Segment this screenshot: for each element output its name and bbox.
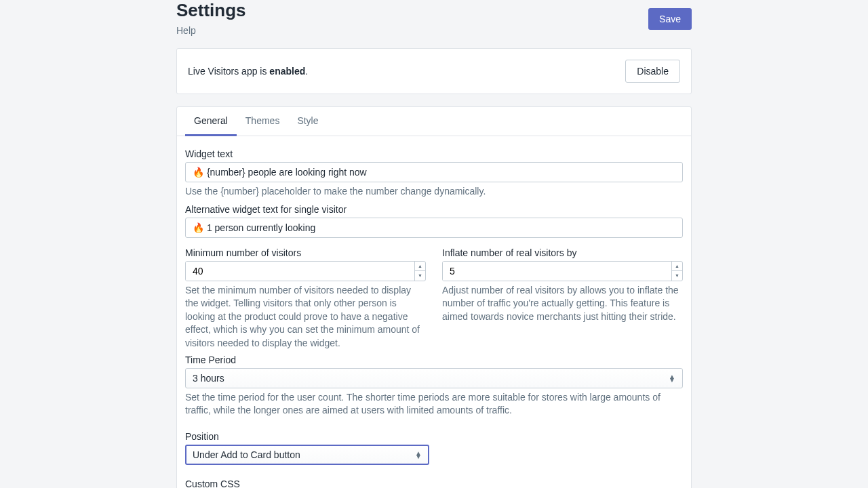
custom-css-label: Custom CSS: [185, 479, 683, 488]
widget-text-label: Widget text: [185, 148, 683, 159]
widget-text-input[interactable]: [185, 162, 683, 182]
tab-style[interactable]: Style: [288, 107, 327, 136]
tab-general[interactable]: General: [185, 107, 237, 136]
position-label: Position: [185, 431, 683, 442]
help-link[interactable]: Help: [176, 25, 196, 36]
time-period-help: Set the time period for the user count. …: [185, 391, 683, 418]
settings-card: General Themes Style Widget text Use the…: [176, 106, 692, 488]
min-visitors-up-icon[interactable]: ▲: [415, 262, 425, 272]
save-button[interactable]: Save: [648, 8, 692, 30]
status-card: Live Visitors app is enabled. Disable: [176, 48, 692, 94]
inflate-input[interactable]: ▲ ▼: [442, 261, 683, 281]
status-text: Live Visitors app is enabled.: [188, 66, 308, 77]
inflate-label: Inflate number of real visitors by: [442, 247, 683, 258]
tabs: General Themes Style: [177, 107, 691, 136]
tab-themes[interactable]: Themes: [237, 107, 289, 136]
min-visitors-down-icon[interactable]: ▼: [415, 271, 425, 281]
min-visitors-help: Set the minimum number of visitors neede…: [185, 284, 426, 350]
widget-text-help: Use the {number} placeholder to make the…: [185, 185, 683, 199]
inflate-down-icon[interactable]: ▼: [672, 271, 682, 281]
inflate-up-icon[interactable]: ▲: [672, 262, 682, 272]
position-select[interactable]: Under Add to Card button ▲▼: [185, 445, 429, 465]
min-visitors-label: Minimum number of visitors: [185, 247, 426, 258]
chevron-updown-icon: ▲▼: [669, 375, 675, 382]
time-period-select[interactable]: 3 hours ▲▼: [185, 368, 683, 388]
inflate-help: Adjust number of real visitors by allows…: [442, 284, 683, 324]
time-period-label: Time Period: [185, 354, 683, 365]
disable-button[interactable]: Disable: [625, 60, 680, 83]
chevron-updown-icon: ▲▼: [415, 451, 422, 458]
alt-text-label: Alternative widget text for single visit…: [185, 204, 683, 215]
min-visitors-input[interactable]: ▲ ▼: [185, 261, 426, 281]
page-title: Settings: [176, 0, 246, 21]
alt-text-input[interactable]: [185, 218, 683, 238]
